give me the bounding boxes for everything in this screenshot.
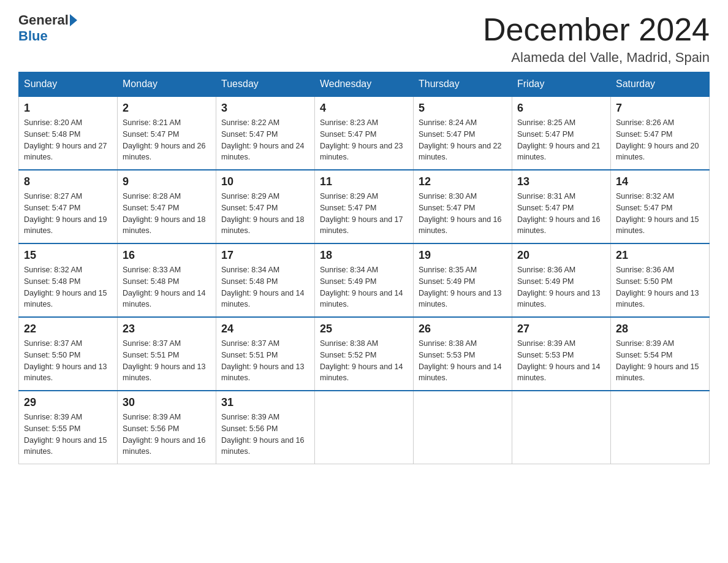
day-info: Sunrise: 8:39 AM Sunset: 5:53 PM Dayligh…: [517, 338, 605, 384]
day-info: Sunrise: 8:33 AM Sunset: 5:48 PM Dayligh…: [123, 264, 211, 310]
col-friday: Friday: [512, 72, 611, 97]
table-row: 26 Sunrise: 8:38 AM Sunset: 5:53 PM Dayl…: [414, 317, 512, 391]
calendar-week-4: 22 Sunrise: 8:37 AM Sunset: 5:50 PM Dayl…: [19, 317, 710, 391]
day-number: 21: [616, 249, 704, 262]
day-info: Sunrise: 8:21 AM Sunset: 5:47 PM Dayligh…: [123, 117, 211, 163]
table-row: 19 Sunrise: 8:35 AM Sunset: 5:49 PM Dayl…: [414, 243, 512, 317]
page-header: General Blue December 2024 Alameda del V…: [18, 12, 710, 66]
col-thursday: Thursday: [414, 72, 512, 97]
day-number: 8: [24, 175, 112, 188]
day-number: 13: [517, 175, 605, 188]
logo-blue-text: Blue: [18, 28, 48, 44]
table-row: 3 Sunrise: 8:22 AM Sunset: 5:47 PM Dayli…: [216, 96, 315, 170]
day-info: Sunrise: 8:38 AM Sunset: 5:53 PM Dayligh…: [419, 338, 507, 384]
day-info: Sunrise: 8:22 AM Sunset: 5:47 PM Dayligh…: [221, 117, 309, 163]
day-number: 19: [419, 249, 507, 262]
day-info: Sunrise: 8:34 AM Sunset: 5:48 PM Dayligh…: [221, 264, 309, 310]
table-row: 17 Sunrise: 8:34 AM Sunset: 5:48 PM Dayl…: [216, 243, 315, 317]
day-number: 10: [221, 175, 309, 188]
table-row: 1 Sunrise: 8:20 AM Sunset: 5:48 PM Dayli…: [19, 96, 118, 170]
table-row: 8 Sunrise: 8:27 AM Sunset: 5:47 PM Dayli…: [19, 170, 118, 243]
table-row: 2 Sunrise: 8:21 AM Sunset: 5:47 PM Dayli…: [118, 96, 216, 170]
day-number: 20: [517, 249, 605, 262]
table-row: 23 Sunrise: 8:37 AM Sunset: 5:51 PM Dayl…: [118, 317, 216, 391]
day-info: Sunrise: 8:29 AM Sunset: 5:47 PM Dayligh…: [221, 191, 309, 237]
day-number: 18: [320, 249, 408, 262]
day-info: Sunrise: 8:36 AM Sunset: 5:49 PM Dayligh…: [517, 264, 605, 310]
table-row: 7 Sunrise: 8:26 AM Sunset: 5:47 PM Dayli…: [611, 96, 710, 170]
table-row: 21 Sunrise: 8:36 AM Sunset: 5:50 PM Dayl…: [611, 243, 710, 317]
table-row: 4 Sunrise: 8:23 AM Sunset: 5:47 PM Dayli…: [315, 96, 414, 170]
table-row: [315, 391, 414, 464]
table-row: 14 Sunrise: 8:32 AM Sunset: 5:47 PM Dayl…: [611, 170, 710, 243]
table-row: 22 Sunrise: 8:37 AM Sunset: 5:50 PM Dayl…: [19, 317, 118, 391]
col-tuesday: Tuesday: [216, 72, 315, 97]
day-info: Sunrise: 8:36 AM Sunset: 5:50 PM Dayligh…: [616, 264, 704, 310]
table-row: 28 Sunrise: 8:39 AM Sunset: 5:54 PM Dayl…: [611, 317, 710, 391]
day-info: Sunrise: 8:24 AM Sunset: 5:47 PM Dayligh…: [419, 117, 507, 163]
day-info: Sunrise: 8:39 AM Sunset: 5:56 PM Dayligh…: [221, 412, 309, 458]
day-info: Sunrise: 8:37 AM Sunset: 5:50 PM Dayligh…: [24, 338, 112, 384]
day-info: Sunrise: 8:28 AM Sunset: 5:47 PM Dayligh…: [123, 191, 211, 237]
day-info: Sunrise: 8:23 AM Sunset: 5:47 PM Dayligh…: [320, 117, 408, 163]
day-info: Sunrise: 8:30 AM Sunset: 5:47 PM Dayligh…: [419, 191, 507, 237]
table-row: 30 Sunrise: 8:39 AM Sunset: 5:56 PM Dayl…: [118, 391, 216, 464]
day-number: 31: [221, 396, 309, 409]
location-subtitle: Alameda del Valle, Madrid, Spain: [483, 50, 710, 66]
day-number: 26: [419, 323, 507, 335]
day-info: Sunrise: 8:27 AM Sunset: 5:47 PM Dayligh…: [24, 191, 112, 237]
col-saturday: Saturday: [611, 72, 710, 97]
table-row: 15 Sunrise: 8:32 AM Sunset: 5:48 PM Dayl…: [19, 243, 118, 317]
table-row: 18 Sunrise: 8:34 AM Sunset: 5:49 PM Dayl…: [315, 243, 414, 317]
day-number: 6: [517, 102, 605, 115]
day-info: Sunrise: 8:39 AM Sunset: 5:56 PM Dayligh…: [123, 412, 211, 458]
table-row: [611, 391, 710, 464]
day-number: 14: [616, 175, 704, 188]
table-row: 27 Sunrise: 8:39 AM Sunset: 5:53 PM Dayl…: [512, 317, 611, 391]
table-row: 11 Sunrise: 8:29 AM Sunset: 5:47 PM Dayl…: [315, 170, 414, 243]
calendar-table: Sunday Monday Tuesday Wednesday Thursday…: [18, 72, 710, 464]
col-wednesday: Wednesday: [315, 72, 414, 97]
day-info: Sunrise: 8:35 AM Sunset: 5:49 PM Dayligh…: [419, 264, 507, 310]
table-row: [414, 391, 512, 464]
day-number: 23: [123, 323, 211, 335]
day-info: Sunrise: 8:34 AM Sunset: 5:49 PM Dayligh…: [320, 264, 408, 310]
day-number: 30: [123, 396, 211, 409]
table-row: 24 Sunrise: 8:37 AM Sunset: 5:51 PM Dayl…: [216, 317, 315, 391]
day-info: Sunrise: 8:32 AM Sunset: 5:47 PM Dayligh…: [616, 191, 704, 237]
table-row: 25 Sunrise: 8:38 AM Sunset: 5:52 PM Dayl…: [315, 317, 414, 391]
day-number: 9: [123, 175, 211, 188]
day-number: 25: [320, 323, 408, 335]
day-info: Sunrise: 8:37 AM Sunset: 5:51 PM Dayligh…: [123, 338, 211, 384]
day-number: 4: [320, 102, 408, 115]
day-info: Sunrise: 8:38 AM Sunset: 5:52 PM Dayligh…: [320, 338, 408, 384]
table-row: 13 Sunrise: 8:31 AM Sunset: 5:47 PM Dayl…: [512, 170, 611, 243]
day-number: 29: [24, 396, 112, 409]
logo: General Blue: [18, 12, 78, 44]
day-info: Sunrise: 8:29 AM Sunset: 5:47 PM Dayligh…: [320, 191, 408, 237]
day-number: 5: [419, 102, 507, 115]
table-row: 31 Sunrise: 8:39 AM Sunset: 5:56 PM Dayl…: [216, 391, 315, 464]
calendar-week-1: 1 Sunrise: 8:20 AM Sunset: 5:48 PM Dayli…: [19, 96, 710, 170]
day-number: 3: [221, 102, 309, 115]
table-row: 16 Sunrise: 8:33 AM Sunset: 5:48 PM Dayl…: [118, 243, 216, 317]
table-row: 9 Sunrise: 8:28 AM Sunset: 5:47 PM Dayli…: [118, 170, 216, 243]
day-number: 22: [24, 323, 112, 335]
day-number: 1: [24, 102, 112, 115]
day-info: Sunrise: 8:32 AM Sunset: 5:48 PM Dayligh…: [24, 264, 112, 310]
logo-arrow-icon: [70, 14, 77, 26]
calendar-week-3: 15 Sunrise: 8:32 AM Sunset: 5:48 PM Dayl…: [19, 243, 710, 317]
col-monday: Monday: [118, 72, 216, 97]
day-info: Sunrise: 8:26 AM Sunset: 5:47 PM Dayligh…: [616, 117, 704, 163]
day-info: Sunrise: 8:25 AM Sunset: 5:47 PM Dayligh…: [517, 117, 605, 163]
table-row: 29 Sunrise: 8:39 AM Sunset: 5:55 PM Dayl…: [19, 391, 118, 464]
day-number: 28: [616, 323, 704, 335]
table-row: [512, 391, 611, 464]
day-number: 2: [123, 102, 211, 115]
day-info: Sunrise: 8:37 AM Sunset: 5:51 PM Dayligh…: [221, 338, 309, 384]
table-row: 5 Sunrise: 8:24 AM Sunset: 5:47 PM Dayli…: [414, 96, 512, 170]
day-number: 12: [419, 175, 507, 188]
table-row: 20 Sunrise: 8:36 AM Sunset: 5:49 PM Dayl…: [512, 243, 611, 317]
calendar-week-5: 29 Sunrise: 8:39 AM Sunset: 5:55 PM Dayl…: [19, 391, 710, 464]
day-number: 17: [221, 249, 309, 262]
